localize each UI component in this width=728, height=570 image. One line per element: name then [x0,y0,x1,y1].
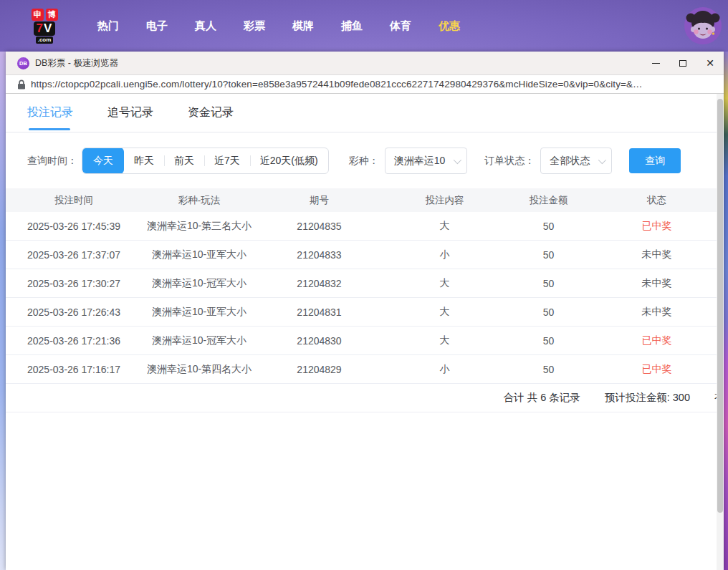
table-cell: 大 [382,220,507,233]
status-cell: 未中奖 [590,277,724,290]
logo-char-2: 博 [46,9,58,21]
close-button[interactable]: ✕ [696,52,724,74]
status-cell: 未中奖 [590,306,724,319]
column-header-1: 彩种-玩法 [142,194,257,207]
tab-label: 追号记录 [107,105,153,120]
status-select[interactable]: 全部状态 [540,148,612,174]
table-cell: 澳洲幸运10-第四名大小 [142,363,257,376]
time-option-1[interactable]: 昨天 [124,148,164,174]
tab-fund-records[interactable]: 资金记录 [188,94,234,132]
table-cell: 50 [507,335,590,347]
table-row: 2025-03-26 17:37:07澳洲幸运10-亚军大小21204833小5… [6,241,724,269]
summary-expected-amount: 预计投注金额: 300 [605,391,690,405]
table-cell: 小 [382,248,507,261]
nav-item-3[interactable]: 彩票 [230,12,279,40]
table-cell: 50 [507,364,590,375]
table-header-row: 投注时间彩种-玩法期号投注内容投注金额状态 [6,188,724,212]
column-header-3: 投注内容 [382,194,507,207]
table-cell: 大 [382,277,507,290]
table-cell: 2025-03-26 17:26:43 [6,306,142,318]
user-avatar[interactable] [684,6,722,45]
time-filter-group: 今天昨天前天近7天近20天(低频) [82,148,329,174]
nav-item-2[interactable]: 真人 [181,12,230,40]
time-option-3[interactable]: 近7天 [204,148,250,174]
lottery-filter-label: 彩种： [349,155,379,168]
time-option-2[interactable]: 前天 [164,148,204,174]
table-cell: 大 [382,306,507,319]
nav-item-1[interactable]: 电子 [133,12,181,40]
table-row: 2025-03-26 17:16:17澳洲幸运10-第四名大小21204829小… [6,355,724,384]
scrollbar-thumb[interactable] [717,99,723,513]
table-row: 2025-03-26 17:45:39澳洲幸运10-第三名大小21204835大… [6,212,724,241]
chevron-down-icon [598,155,606,163]
vertical-scrollbar[interactable] [717,94,724,570]
table-cell: 2025-03-26 17:16:17 [6,364,142,375]
column-header-0: 投注时间 [6,194,142,207]
status-cell: 未中奖 [590,248,724,261]
nav-menu: 热门电子真人彩票棋牌捕鱼体育优惠 [84,12,474,40]
table-cell: 2025-03-26 17:30:27 [6,278,142,289]
minimize-icon [652,63,660,64]
lottery-select[interactable]: 澳洲幸运10 [385,148,468,174]
query-button[interactable]: 查询 [629,148,681,173]
table-cell: 2025-03-26 17:21:36 [6,335,142,347]
summary-row: 合计 共 6 条记录 预计投注金额: 300 有效投注金额 [6,384,724,412]
table-cell: 澳洲幸运10-亚军大小 [142,306,257,319]
lottery-select-value: 澳洲幸运10 [394,155,446,168]
time-option-0[interactable]: 今天 [82,148,124,174]
table-cell: 21204833 [257,249,382,261]
table-body: 2025-03-26 17:45:39澳洲幸运10-第三名大小21204835大… [6,212,724,384]
table-cell: 大 [382,334,507,347]
table-cell: 50 [507,278,590,289]
table-row: 2025-03-26 17:30:27澳洲幸运10-冠军大小21204832大5… [6,269,724,298]
nav-item-5[interactable]: 捕鱼 [327,12,376,40]
table-row: 2025-03-26 17:21:36澳洲幸运10-冠军大小21204830大5… [6,327,724,355]
maximize-button[interactable] [669,52,696,74]
db-favicon: DB [17,57,29,69]
nav-item-4[interactable]: 棋牌 [279,12,327,40]
logo-com: .com [36,37,54,44]
status-select-value: 全部状态 [550,155,590,168]
logo-char-1: 申 [32,9,44,21]
status-cell: 已中奖 [590,334,724,347]
table-cell: 21204829 [257,364,382,375]
site-logo[interactable]: 申 博 7V .com [25,9,64,44]
logo-7v: 7V [34,21,56,36]
table-cell: 澳洲幸运10-冠军大小 [142,277,257,290]
avatar-image [684,6,722,45]
bet-records-table: 投注时间彩种-玩法期号投注内容投注金额状态 2025-03-26 17:45:3… [6,188,724,412]
lock-icon [17,79,26,90]
window-title: DB彩票 - 极速浏览器 [35,57,118,69]
table-cell: 50 [507,306,590,318]
backdrop-page-left-edge [0,52,6,570]
window-titlebar[interactable]: DB DB彩票 - 极速浏览器 ✕ [6,52,724,74]
active-tab-underline [29,128,70,130]
table-cell: 澳洲幸运10-冠军大小 [142,334,257,347]
tab-bet-records[interactable]: 投注记录 [27,94,73,132]
table-cell: 50 [507,221,590,232]
tab-label: 资金记录 [188,105,234,120]
site-nav: 申 博 7V .com 热门电子真人彩票棋牌捕鱼体育优惠 [0,0,728,52]
table-cell: 21204835 [257,221,382,232]
maximize-icon [679,60,686,67]
nav-item-7[interactable]: 优惠 [425,12,474,40]
status-filter-label: 订单状态： [484,155,535,168]
summary-total: 合计 共 6 条记录 [504,391,580,405]
table-row: 2025-03-26 17:26:43澳洲幸运10-亚军大小21204831大5… [6,298,724,327]
tab-chase-records[interactable]: 追号记录 [107,94,153,132]
table-cell: 21204831 [257,306,382,318]
tab-bar: 投注记录 追号记录 资金记录 [6,94,724,132]
nav-item-0[interactable]: 热门 [84,12,133,40]
table-cell: 50 [507,249,590,261]
time-option-4[interactable]: 近20天(低频) [250,148,328,174]
minimize-button[interactable] [642,52,669,74]
table-cell: 21204832 [257,278,382,289]
status-cell: 已中奖 [590,363,724,376]
table-cell: 小 [382,363,507,376]
tab-label: 投注记录 [27,105,73,120]
nav-item-6[interactable]: 体育 [376,12,425,40]
time-filter-label: 查询时间： [27,155,77,168]
column-header-5: 状态 [590,194,724,207]
url-bar[interactable]: https://ctopcp02pcali.uengi5e.com/lotter… [6,74,724,94]
backdrop-page-right-edge [724,52,728,570]
